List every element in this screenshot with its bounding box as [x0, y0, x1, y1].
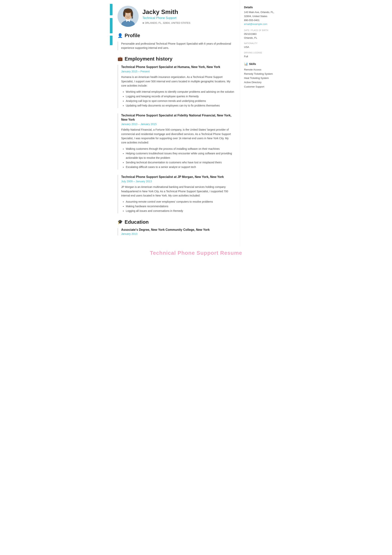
skill-customer-support: Customer Support: [244, 85, 278, 89]
svg-point-10: [129, 14, 130, 15]
svg-point-9: [126, 14, 127, 15]
bullet-item: Making hardware recommendations: [126, 204, 234, 209]
candidate-location: ● ORLANDO, FL, 32804, UNITED STATES: [143, 21, 190, 24]
dob-value: 05/10/1983 Orlando, FL: [244, 32, 278, 40]
bullet-item: Logging all issues and conversations in …: [126, 209, 234, 213]
bullet-item: Escalating difficult cases to a senior a…: [126, 165, 234, 169]
job-desc-2: Fidelity National Financial, a Fortune 5…: [121, 128, 234, 145]
job-dates-1: January 2015 – Present: [121, 70, 234, 73]
employment-section-header: 💼 Employment history: [118, 56, 234, 62]
bullet-item: Working with internal employees to ident…: [126, 90, 234, 94]
nationality-label: NATIONALITY: [244, 42, 278, 44]
bullet-item: Walking customers through the process of…: [126, 147, 234, 151]
nationality-value: USA: [244, 45, 278, 49]
skill-active-directory: Active Directory: [244, 80, 278, 84]
profile-text: Personable and professional Technical Ph…: [121, 42, 234, 50]
job-bullets-1: Working with internal employees to ident…: [121, 90, 234, 108]
profile-entry: Personable and professional Technical Ph…: [118, 42, 234, 50]
avatar-image: [118, 6, 139, 27]
bullet-item: Helping customers troubleshoot issues th…: [126, 151, 234, 161]
skill-remote-access: Remote Access: [244, 68, 278, 72]
svg-point-13: [131, 17, 133, 19]
education-title: Education: [125, 219, 149, 225]
job-title-3: Technical Phone Support Specialist at JP…: [121, 175, 234, 179]
job-title-2: Technical Phone Support Specialist at Fi…: [121, 113, 234, 122]
job-bullets-3: Assuming remote control over employees' …: [121, 200, 234, 213]
driving-label: DRIVING LICENSE: [244, 52, 278, 54]
svg-rect-11: [123, 13, 125, 15]
job-entry-jpmorgan: Technical Phone Support Specialist at JP…: [118, 175, 234, 213]
accent-bar-1: [110, 4, 113, 15]
edu-entry-1: Associate's Degree, New York Community C…: [118, 228, 234, 235]
dob-label: DATE / PLACE OF BIRTH: [244, 29, 278, 31]
skills-icon: 📊: [244, 62, 248, 66]
sidebar-address: 143 Main Ave, Orlando, FL, 32804, United…: [244, 10, 278, 26]
profile-icon: 👤: [118, 33, 123, 38]
location-icon: ●: [143, 21, 144, 24]
bullet-item: Assuming remote control over employees' …: [126, 200, 234, 204]
sidebar-email[interactable]: email@example.com: [244, 22, 267, 25]
profile-title: Profile: [125, 33, 140, 38]
job-desc-3: JP Morgan is an American multinational b…: [121, 185, 234, 198]
skill-remedy: Remedy Ticketing System: [244, 72, 278, 76]
job-entry-humana: Technical Phone Support Specialist at Hu…: [118, 65, 234, 108]
education-icon: 🎓: [118, 219, 123, 225]
job-entry-fidelity: Technical Phone Support Specialist at Fi…: [118, 113, 234, 169]
details-title: Details: [244, 6, 278, 9]
bullet-item: Updating self-help documents so employee…: [126, 103, 234, 108]
accent-bar-3: [110, 36, 113, 45]
edu-title-1: Associate's Degree, New York Community C…: [121, 228, 234, 232]
accent-bar-2: [110, 18, 113, 33]
accent-bars: [110, 0, 113, 258]
watermark: Technical Phone Support Resume: [110, 246, 282, 258]
candidate-name: Jacky Smith: [143, 8, 190, 15]
avatar: [118, 6, 139, 27]
job-title-1: Technical Phone Support Specialist at Hu…: [121, 65, 234, 69]
employment-title: Employment history: [125, 56, 172, 62]
skill-heat: Heat Ticketing System: [244, 76, 278, 80]
skills-header: 📊 Skills: [244, 62, 278, 66]
driving-value: Full: [244, 55, 278, 58]
profile-section-header: 👤 Profile: [118, 33, 234, 38]
education-section-header: 🎓 Education: [118, 219, 234, 225]
job-desc-1: Humana is an American health insurance o…: [121, 75, 234, 88]
edu-dates-1: January 2013: [121, 232, 234, 235]
left-column: Jacky Smith Technical Phone Support ● OR…: [114, 0, 240, 246]
job-dates-3: July 2009 – January 2013: [121, 180, 234, 183]
header-info: Jacky Smith Technical Phone Support ● OR…: [143, 8, 190, 24]
job-bullets-2: Walking customers through the process of…: [121, 147, 234, 169]
main-content: Jacky Smith Technical Phone Support ● OR…: [114, 0, 282, 246]
bullet-item: Sending technical documentation to custo…: [126, 160, 234, 165]
candidate-title: Technical Phone Support: [143, 16, 190, 20]
employment-icon: 💼: [118, 56, 123, 61]
bullet-item: Logging and keeping records of employee …: [126, 94, 234, 99]
skills-title: Skills: [249, 62, 256, 66]
resume-header: Jacky Smith Technical Phone Support ● OR…: [118, 6, 234, 27]
right-sidebar: Details 143 Main Ave, Orlando, FL, 32804…: [240, 0, 282, 246]
job-dates-2: January 2013 – January 2015: [121, 123, 234, 126]
bullet-item: Analyzing call logs to spot common trend…: [126, 99, 234, 103]
